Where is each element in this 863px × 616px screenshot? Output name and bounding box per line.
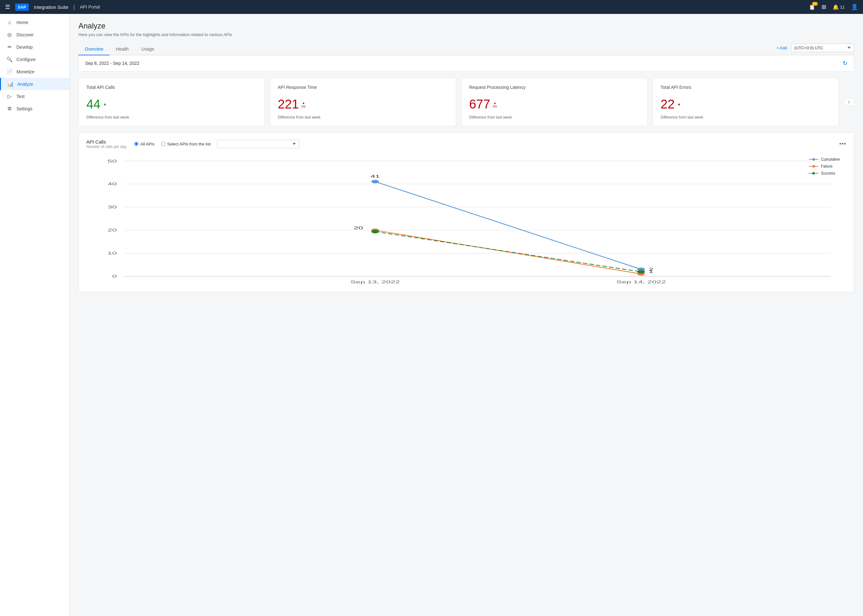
legend-label-success: Success	[821, 171, 835, 176]
sidebar-item-monetize[interactable]: 📄 Monetize	[0, 66, 69, 78]
kpi-title-api-response-time: API Response Time	[278, 85, 448, 91]
kpi-card-request-processing-latency: Request Processing Latency 677 ▲ ms Diff…	[461, 78, 647, 126]
legend-item-success: Success	[809, 171, 840, 176]
radio-all-apis-text: All APIs	[140, 141, 155, 146]
add-button[interactable]: + Add	[776, 46, 787, 50]
legend-line-failure	[809, 165, 818, 168]
main-content: Analyze Here you can view the KPIs for t…	[69, 14, 863, 616]
chart-legend: Cumulative Failure	[809, 157, 840, 176]
kpi-diff-request-processing-latency: Difference from last week	[469, 115, 639, 119]
sidebar-item-configure[interactable]: 🔍 Configure	[0, 53, 69, 66]
develop-icon: ✏	[6, 44, 13, 50]
chart-card: API Calls Number of calls per day All AP…	[79, 132, 854, 292]
svg-point-22	[372, 229, 379, 233]
chart-header: API Calls Number of calls per day All AP…	[87, 139, 846, 149]
sidebar: ⌂ Home ◎ Discover ✏ Develop 🔍 Configure …	[0, 14, 69, 616]
tasks-icon[interactable]: 📋 76	[809, 4, 815, 11]
tabs-bar: Overview Health Usage + Add (UTC+0:0) UT…	[79, 43, 854, 55]
svg-point-15	[372, 180, 379, 183]
svg-text:2: 2	[649, 267, 653, 272]
kpi-diff-api-response-time: Difference from last week	[278, 115, 448, 119]
svg-point-26	[813, 158, 815, 161]
radio-all-apis[interactable]	[134, 141, 139, 146]
sidebar-item-analyze[interactable]: 📊 Analyze	[0, 78, 69, 90]
tab-health[interactable]: Health	[109, 43, 135, 55]
kpi-title-request-processing-latency: Request Processing Latency	[469, 85, 639, 91]
sidebar-label-settings: Settings	[16, 106, 33, 111]
svg-text:30: 30	[107, 205, 117, 209]
tasks-badge: 76	[812, 2, 818, 6]
kpi-card-total-api-errors: Total API Errors 22 ▲ Difference from la…	[653, 78, 839, 126]
svg-point-23	[637, 270, 645, 273]
monetize-icon: 📄	[6, 69, 13, 75]
kpi-value-total-api-errors: 22	[661, 97, 675, 111]
refresh-button[interactable]: ↻	[843, 60, 847, 67]
page-subtitle: Here you can view the KPIs for the highl…	[79, 32, 854, 37]
svg-point-28	[813, 165, 815, 168]
app-title: Integration Suite	[34, 5, 68, 10]
date-bar: Sep 8, 2022 - Sep 14, 2022 ↻	[79, 55, 854, 71]
sidebar-label-monetize: Monetize	[16, 69, 35, 74]
sap-logo: SAP	[15, 3, 29, 11]
sidebar-item-settings[interactable]: ⚙ Settings	[0, 102, 69, 115]
api-list-dropdown[interactable]	[217, 140, 299, 148]
sidebar-item-home[interactable]: ⌂ Home	[0, 16, 69, 28]
svg-text:0: 0	[112, 274, 117, 278]
tab-usage[interactable]: Usage	[135, 43, 161, 55]
svg-text:Sep 14, 2022: Sep 14, 2022	[616, 280, 666, 284]
header-separator: |	[73, 4, 75, 11]
radio-all-apis-label[interactable]: All APIs	[134, 141, 155, 146]
sidebar-item-test[interactable]: ▷ Test	[0, 90, 69, 102]
chart-subtitle: Number of calls per day	[87, 145, 126, 149]
svg-text:41: 41	[370, 174, 380, 179]
kpi-card-total-api-calls: Total API Calls 44 ▲ Difference from las…	[79, 78, 265, 126]
sidebar-label-home: Home	[16, 20, 28, 25]
hamburger-icon[interactable]: ☰	[5, 3, 10, 11]
timezone-select[interactable]: (UTC+0:0) UTC (UTC-5:0) EST (UTC+1:0) CE…	[791, 44, 854, 52]
kpi-diff-total-api-errors: Difference from last week	[661, 115, 831, 119]
header-right-actions: 📋 76 ⊞ 🔔 11 👤	[809, 3, 858, 11]
sidebar-item-discover[interactable]: ◎ Discover	[0, 28, 69, 41]
legend-line-cumulative	[809, 158, 818, 161]
date-range: Sep 8, 2022 - Sep 14, 2022	[85, 61, 139, 66]
kpi-value-total-api-calls: 44	[87, 97, 101, 111]
kpi-value-row-request-processing-latency: 677 ▲ ms	[469, 97, 639, 111]
chart-controls: All APIs Select APIs from the list	[134, 140, 299, 148]
user-avatar-icon[interactable]: 👤	[851, 3, 858, 11]
kpi-triangle-total-api-calls: ▲	[103, 102, 107, 106]
chart-more-button[interactable]: •••	[839, 141, 846, 147]
sidebar-label-test: Test	[16, 94, 25, 99]
radio-select-apis-text: Select APIs from the list	[167, 141, 211, 146]
chart-title-block: API Calls Number of calls per day	[87, 139, 126, 149]
carousel-next-button[interactable]: ›	[844, 98, 854, 105]
tabs-right-controls: + Add (UTC+0:0) UTC (UTC-5:0) EST (UTC+1…	[776, 44, 854, 55]
analyze-icon: 📊	[7, 81, 14, 87]
settings-icon: ⚙	[6, 105, 13, 112]
sidebar-label-analyze: Analyze	[17, 82, 33, 86]
legend-line-success	[809, 172, 818, 175]
radio-select-apis[interactable]	[161, 141, 165, 146]
kpi-value-row-total-api-errors: 22 ▲	[661, 97, 831, 111]
kpi-title-total-api-calls: Total API Calls	[87, 85, 257, 91]
svg-text:50: 50	[107, 159, 117, 163]
radio-select-apis-label[interactable]: Select APIs from the list	[161, 141, 211, 146]
app-header: ☰ SAP Integration Suite | API Portal 📋 7…	[0, 0, 863, 14]
kpi-row: Total API Calls 44 ▲ Difference from las…	[79, 78, 854, 126]
legend-label-failure: Failure	[821, 164, 833, 168]
kpi-triangle-total-api-errors: ▲	[677, 102, 681, 106]
sidebar-label-develop: Develop	[16, 45, 33, 50]
svg-point-30	[813, 172, 815, 174]
notification-icon[interactable]: 🔔 11	[833, 4, 845, 10]
sidebar-item-develop[interactable]: ✏ Develop	[0, 41, 69, 53]
svg-text:20: 20	[354, 225, 363, 230]
kpi-value-row-api-response-time: 221 ▲ ms	[278, 97, 448, 111]
configure-icon: 🔍	[6, 56, 13, 62]
chart-svg: 0 10 20 30 40 50 Sep 13, 2022 Sep 14, 20…	[87, 154, 846, 287]
svg-text:40: 40	[107, 182, 117, 186]
svg-text:10: 10	[107, 251, 117, 256]
tab-overview[interactable]: Overview	[79, 43, 109, 55]
grid-icon[interactable]: ⊞	[822, 3, 826, 11]
legend-item-failure: Failure	[809, 164, 840, 168]
kpi-triangle-icon-request-processing-latency: ▲	[493, 101, 496, 105]
notification-count: 11	[840, 5, 845, 9]
